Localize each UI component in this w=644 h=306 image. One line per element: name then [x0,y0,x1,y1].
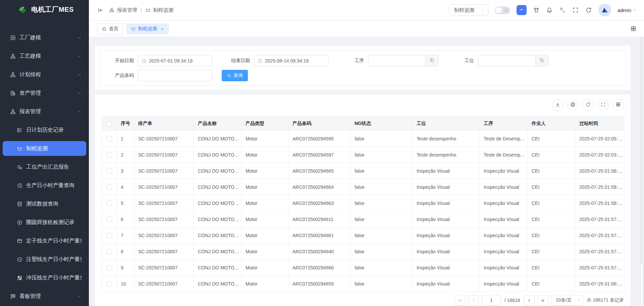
tab-close-icon[interactable] [160,27,164,31]
page-search-value: 制程追溯 [454,7,474,13]
column-settings-button[interactable] [612,99,624,111]
sidebar-item-process-modeling[interactable]: 工艺建模 [3,49,86,63]
prev-page-button[interactable]: ‹ [468,295,479,306]
user-avatar[interactable] [598,4,611,16]
row-checkbox[interactable] [107,265,112,270]
sidebar-item-plan-scheduling[interactable]: 计划排程 [3,67,86,82]
sidebar-item-production-daily-hourly-query[interactable]: 24生产日小时产量查询 [3,178,86,193]
row-checkbox[interactable] [107,217,112,222]
last-page-button[interactable]: » [538,295,548,306]
row-checkbox[interactable] [107,281,112,287]
sidebar-item-process-trace[interactable]: 制程追溯 [3,141,86,156]
sidebar-item-label: 工厂建模 [19,34,73,41]
refresh-table-button[interactable] [582,99,594,111]
table-card: 序号排产单产品名称产品类型产品条码NG状态工位工序作业人过站时间1SC-2025… [95,95,631,306]
refresh-button[interactable] [585,7,592,13]
collapse-sidebar-button[interactable] [97,7,104,13]
sidebar-item-factory-modeling[interactable]: 工厂建模 [3,30,86,45]
next-page-button[interactable]: › [524,295,535,306]
select-all-checkbox[interactable] [107,121,112,127]
vertical-scrollbar[interactable] [640,37,643,306]
refresh-icon [585,102,591,108]
row-checkbox[interactable] [107,233,112,238]
sidebar-item-stator-line-hourly-query[interactable]: 定子线生产日小时产量查询 [3,233,86,248]
sidebar-item-daily-plan-history[interactable]: 日计划历史记录 [3,123,86,137]
print-button[interactable] [567,99,579,111]
row-checkbox[interactable] [107,152,112,158]
page-search-select[interactable]: 制程追溯 [449,4,488,16]
table-row[interactable]: 1SC-202507210007CONJ DO MOTO…MotorARC072… [102,131,624,147]
table-row[interactable]: 10SC-202507210007CONJ DO MOTO…MotorARC07… [102,276,624,292]
sidebar-item-station-output-summary[interactable]: 工位产出汇总报告 [3,160,86,174]
username: admin [618,7,631,13]
sidebar-item-report-management[interactable]: 报表管理 [3,104,86,119]
table-cell: false [351,260,413,276]
notifications-button[interactable] [546,7,553,13]
process-picker-button[interactable] [426,55,438,67]
row-select-cell [102,244,117,260]
fullscreen-button[interactable] [572,7,579,13]
station-value[interactable] [478,58,535,63]
end-date-value[interactable] [263,58,328,63]
page-number-input[interactable] [482,295,501,306]
app-logo[interactable]: 电机工厂MES [0,0,89,19]
breadcrumb-report-management[interactable]: 报表管理 [109,7,137,13]
breadcrumb-process-trace[interactable]: 制程追溯 [145,7,173,13]
start-date-input[interactable] [138,55,212,67]
station-input[interactable] [478,55,536,67]
sidebar-item-label: 资产管理 [19,90,73,97]
barcode-input[interactable] [138,70,212,81]
end-date-input[interactable] [254,55,328,67]
sidebar-item-asset-management[interactable]: 资产管理 [3,86,86,100]
breadcrumb-label: 报表管理 [117,7,137,13]
table-cell: CONJ DO MOTO… [194,163,241,179]
theme-skin-button[interactable] [533,7,540,13]
table-cell: Inspeção Visual [413,179,480,195]
sidebar-item-injection-line-hourly-query[interactable]: 注塑线生产日小时产量查询 [3,252,86,267]
sidebar-item-kanban-management[interactable]: 看板管理 [3,289,86,304]
first-page-button[interactable]: « [454,295,465,306]
row-checkbox[interactable] [107,168,112,174]
grid-icon [615,102,621,108]
row-select-cell [102,179,117,195]
table-row[interactable]: 9SC-202507210007CONJ DO MOTO…MotorARC072… [102,260,624,276]
row-checkbox[interactable] [107,249,112,254]
copy-icon [429,58,434,64]
tab-label: 首页 [109,26,118,32]
row-checkbox[interactable] [107,201,112,206]
table-cell: 2025-07-25 01:58:… [575,179,624,195]
user-menu[interactable]: admin [618,7,637,13]
table-row[interactable]: 8SC-202507210007CONJ DO MOTO…MotorARC072… [102,244,624,260]
row-checkbox[interactable] [107,136,112,141]
process-input[interactable] [368,55,426,67]
language-button[interactable]: 文A [559,7,566,13]
search-button[interactable]: 查询 [222,70,248,81]
scrollbar-thumb[interactable] [640,264,643,306]
sidebar-item-test-data-query[interactable]: 测试数据查询 [3,196,86,211]
table-row[interactable]: 5SC-202507210007CONJ DO MOTO…MotorARC072… [102,195,624,211]
table-row[interactable]: 6SC-202507210007CONJ DO MOTO…MotorARC072… [102,211,624,227]
table-cell: ARC072500294664 [288,179,351,195]
check-button[interactable] [517,5,527,15]
start-date-value[interactable] [147,58,212,63]
barcode-value[interactable] [138,73,212,78]
station-picker-button[interactable] [536,55,548,67]
export-download-button[interactable] [552,99,564,111]
tab-layout-grid-button[interactable] [630,26,637,32]
row-select-cell [102,147,117,163]
flag-list-icon [145,7,151,13]
sidebar-item-stamping-line-hourly-query[interactable]: 冲压线生产日小时产量查询 [3,270,86,285]
tab-process-trace[interactable]: 制程追溯 [126,24,169,34]
tab-home[interactable]: 首页 [97,24,123,34]
expand-table-button[interactable] [597,99,609,111]
page-size-select[interactable]: 10条/页 [551,295,584,306]
dark-mode-toggle[interactable] [495,6,510,14]
row-checkbox[interactable] [107,184,112,190]
process-value[interactable] [368,58,425,63]
table-row[interactable]: 4SC-202507210007CONJ DO MOTO…MotorARC072… [102,179,624,195]
sidebar-item-welding-inspection-record[interactable]: 圈圆焊接机检测记录 [3,215,86,230]
table-cell: SC-202507210007 [134,163,194,179]
table-row[interactable]: 2SC-202507210007CONJ DO MOTO…MotorARC072… [102,147,624,163]
table-row[interactable]: 3SC-202507210007CONJ DO MOTO…MotorARC072… [102,163,624,179]
table-row[interactable]: 7SC-202507210007CONJ DO MOTO…MotorARC072… [102,227,624,244]
